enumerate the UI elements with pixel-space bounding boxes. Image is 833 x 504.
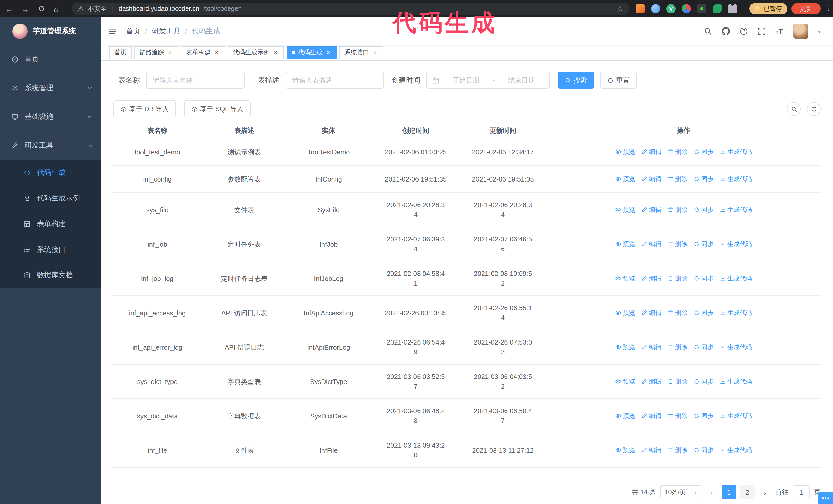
delete-link[interactable]: 删除: [667, 205, 687, 215]
edit-link[interactable]: 编辑: [641, 445, 661, 455]
browser-back-icon[interactable]: ←: [5, 4, 13, 13]
sidebar-item-codegen[interactable]: 代码生成: [0, 160, 101, 186]
floating-widget-button[interactable]: [818, 492, 833, 504]
prev-page-button[interactable]: ‹: [705, 485, 718, 499]
browser-reload-icon[interactable]: [38, 5, 45, 12]
address-bar[interactable]: ⚠ 不安全 | dashboard.yudao.iocoder.cn/tool/…: [72, 3, 629, 15]
chrome-update-button[interactable]: 更新: [791, 3, 821, 14]
sidebar-item-form-builder[interactable]: 表单构建: [0, 211, 101, 237]
github-icon[interactable]: [721, 27, 730, 35]
tab-codegen-example[interactable]: 代码生成示例×: [228, 46, 284, 59]
generate-code-link[interactable]: 生成代码: [720, 411, 752, 421]
page-button-1[interactable]: 1: [722, 485, 736, 499]
preview-link[interactable]: 预览: [615, 377, 635, 386]
page-size-select[interactable]: 10条/页 ▾: [660, 485, 701, 499]
edit-link[interactable]: 编辑: [641, 342, 661, 352]
edit-link[interactable]: 编辑: [641, 205, 661, 215]
preview-link[interactable]: 预览: [615, 147, 635, 157]
goto-page-input[interactable]: [792, 485, 810, 499]
generate-code-link[interactable]: 生成代码: [720, 445, 752, 455]
preview-link[interactable]: 预览: [615, 342, 635, 352]
extension-orange-icon[interactable]: [636, 4, 645, 13]
generate-code-link[interactable]: 生成代码: [720, 174, 752, 184]
edit-link[interactable]: 编辑: [641, 174, 661, 184]
table-desc-input[interactable]: [286, 72, 384, 89]
sync-link[interactable]: 同步: [694, 174, 714, 184]
browser-menu-icon[interactable]: ⋮: [825, 4, 832, 12]
edit-link[interactable]: 编辑: [641, 147, 661, 157]
extension-leaf-icon[interactable]: [713, 4, 722, 13]
page-button-2[interactable]: 2: [740, 485, 755, 499]
generate-code-link[interactable]: 生成代码: [720, 308, 752, 318]
sync-link[interactable]: 同步: [694, 147, 714, 157]
edit-link[interactable]: 编辑: [641, 377, 661, 386]
search-button[interactable]: 搜索: [558, 72, 594, 89]
delete-link[interactable]: 删除: [667, 445, 687, 455]
sync-link[interactable]: 同步: [694, 377, 714, 386]
import-sql-button[interactable]: 基于 SQL 导入: [184, 100, 251, 117]
delete-link[interactable]: 删除: [667, 377, 687, 386]
hamburger-icon[interactable]: [109, 27, 117, 35]
edit-link[interactable]: 编辑: [641, 239, 661, 249]
fullscreen-icon[interactable]: [757, 27, 766, 35]
delete-link[interactable]: 删除: [667, 273, 687, 283]
sidebar-item-home[interactable]: 首页: [0, 45, 101, 74]
toggle-search-button[interactable]: [787, 102, 801, 116]
bookmark-star-icon[interactable]: ☆: [617, 5, 623, 13]
edit-link[interactable]: 编辑: [641, 411, 661, 421]
next-page-button[interactable]: ›: [759, 485, 771, 499]
sync-link[interactable]: 同步: [694, 342, 714, 352]
extensions-puzzle-icon[interactable]: [728, 4, 737, 13]
sidebar-item-codegen-example[interactable]: 代码生成示例: [0, 186, 101, 211]
delete-link[interactable]: 删除: [667, 239, 687, 249]
close-icon[interactable]: ×: [372, 49, 378, 56]
generate-code-link[interactable]: 生成代码: [720, 239, 752, 249]
import-db-button[interactable]: 基于 DB 导入: [113, 100, 176, 117]
breadcrumb-devtools[interactable]: 研发工具: [152, 27, 181, 36]
tab-home[interactable]: 首页: [109, 46, 132, 59]
edit-link[interactable]: 编辑: [641, 273, 661, 283]
sync-link[interactable]: 同步: [694, 205, 714, 215]
preview-link[interactable]: 预览: [615, 308, 635, 318]
reset-button[interactable]: 重置: [600, 72, 637, 89]
paused-badge[interactable]: 已暂停: [749, 3, 787, 14]
breadcrumb-home[interactable]: 首页: [126, 27, 140, 36]
sidebar-item-system[interactable]: 系统管理: [0, 74, 101, 102]
sync-link[interactable]: 同步: [694, 239, 714, 249]
tab-tracing[interactable]: 链路追踪×: [134, 46, 178, 59]
generate-code-link[interactable]: 生成代码: [720, 342, 752, 352]
tab-form-builder[interactable]: 表单构建×: [181, 46, 225, 59]
search-icon[interactable]: [704, 27, 712, 35]
help-icon[interactable]: [739, 27, 748, 35]
sidebar-item-infra[interactable]: 基础设施: [0, 102, 101, 131]
table-name-input[interactable]: [146, 72, 244, 89]
delete-link[interactable]: 删除: [667, 147, 687, 157]
logo[interactable]: 芋道管理系统: [0, 18, 101, 45]
extension-people-icon[interactable]: [682, 4, 691, 13]
browser-forward-icon[interactable]: →: [22, 4, 29, 13]
preview-link[interactable]: 预览: [615, 239, 635, 249]
user-avatar[interactable]: [793, 24, 808, 39]
generate-code-link[interactable]: 生成代码: [720, 147, 752, 157]
preview-link[interactable]: 预览: [615, 205, 635, 215]
font-size-icon[interactable]: TT: [775, 27, 783, 35]
tab-codegen[interactable]: 代码生成×: [287, 46, 337, 59]
delete-link[interactable]: 删除: [667, 342, 687, 352]
preview-link[interactable]: 预览: [615, 445, 635, 455]
delete-link[interactable]: 删除: [667, 308, 687, 318]
generate-code-link[interactable]: 生成代码: [720, 273, 752, 283]
sidebar-item-db-doc[interactable]: 数据库文档: [0, 263, 101, 288]
preview-link[interactable]: 预览: [615, 174, 635, 184]
close-icon[interactable]: ×: [167, 49, 173, 56]
extension-drop-icon[interactable]: [651, 4, 660, 13]
sidebar-item-devtools[interactable]: 研发工具: [0, 131, 101, 160]
sync-link[interactable]: 同步: [694, 308, 714, 318]
delete-link[interactable]: 删除: [667, 174, 687, 184]
refresh-table-button[interactable]: [807, 102, 821, 116]
edit-link[interactable]: 编辑: [641, 308, 661, 318]
close-icon[interactable]: ×: [213, 49, 220, 56]
generate-code-link[interactable]: 生成代码: [720, 377, 752, 386]
sync-link[interactable]: 同步: [694, 411, 714, 421]
vue-devtools-icon[interactable]: V: [666, 4, 675, 13]
generate-code-link[interactable]: 生成代码: [720, 205, 752, 215]
